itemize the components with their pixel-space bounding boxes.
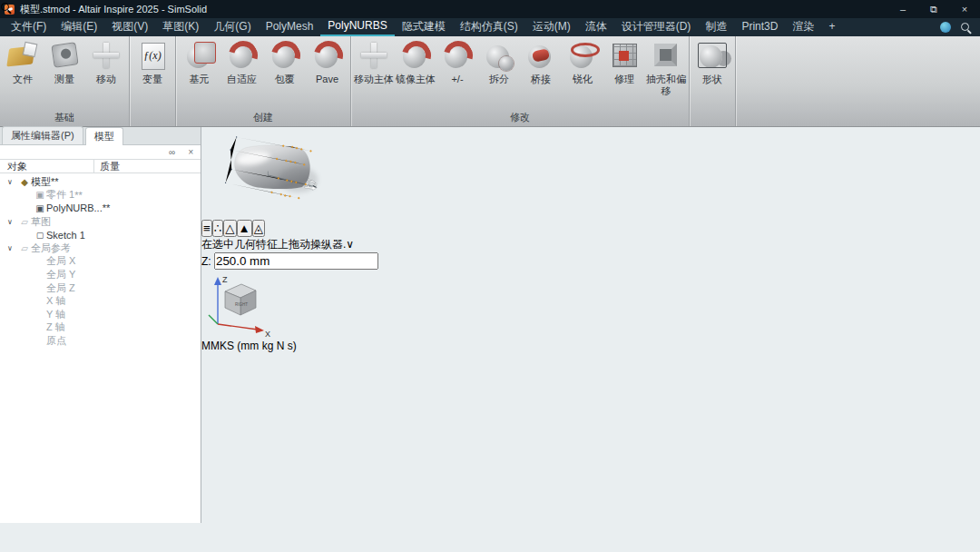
tree-row[interactable]: 全局参考 bbox=[0, 242, 201, 255]
menu-item[interactable]: PolyNURBS bbox=[320, 18, 394, 36]
part-icon bbox=[34, 190, 46, 200]
sketch-icon bbox=[34, 231, 46, 240]
menu-item[interactable]: 编辑(E) bbox=[54, 18, 104, 36]
list-menu-icon: ≡ bbox=[203, 222, 211, 235]
expander-icon[interactable] bbox=[7, 244, 18, 252]
primitives-icon bbox=[183, 39, 216, 72]
ribbon-item[interactable]: 形状 bbox=[691, 39, 733, 85]
tree-row[interactable]: PolyNURB... ** bbox=[0, 202, 201, 215]
menu-item[interactable]: 结构仿真(S) bbox=[453, 18, 525, 36]
scene-canvas bbox=[201, 127, 378, 217]
tree-row[interactable]: 全局 X bbox=[0, 255, 201, 269]
menu-item[interactable]: 制造 bbox=[698, 18, 734, 36]
ribbon-item[interactable]: 修理 bbox=[603, 39, 645, 85]
mode-button[interactable]: △ bbox=[223, 220, 236, 237]
ribbon-item[interactable]: 文件 bbox=[2, 39, 44, 85]
polynurbs-body[interactable] bbox=[235, 145, 318, 192]
menu-item[interactable]: 流体 bbox=[578, 18, 614, 36]
tree-row[interactable]: 草图 bbox=[0, 215, 201, 229]
menu-item[interactable]: 几何(G) bbox=[206, 18, 258, 36]
tree-row[interactable]: 全局 Z bbox=[0, 281, 201, 295]
view-triad[interactable]: RIGHT Z X bbox=[201, 270, 278, 337]
close-icon[interactable]: × bbox=[949, 0, 980, 18]
visibility-badge[interactable]: ** bbox=[51, 176, 59, 187]
mode-button[interactable]: ▲ bbox=[237, 220, 252, 237]
ribbon-item[interactable]: 抽壳和偏移 bbox=[645, 39, 687, 96]
find-icon[interactable]: ∞ bbox=[169, 148, 175, 157]
move-icon bbox=[90, 39, 122, 72]
expander-icon[interactable] bbox=[7, 218, 18, 226]
visibility-badge[interactable]: ** bbox=[103, 202, 111, 213]
move-bodies-icon bbox=[358, 39, 390, 72]
units-status: MMKS (mm kg N s) bbox=[201, 340, 378, 352]
ribbon-item[interactable]: 包覆 bbox=[263, 39, 306, 85]
bridge-icon bbox=[524, 39, 557, 72]
menu-item[interactable]: PolyMesh bbox=[259, 18, 321, 36]
units-text[interactable]: MMKS (mm kg N s) bbox=[201, 340, 297, 352]
mode-button[interactable]: ◬ bbox=[252, 220, 265, 237]
column-mass[interactable]: 质量 bbox=[94, 160, 201, 172]
menu-item[interactable]: 草图(K) bbox=[155, 18, 206, 36]
tree-row[interactable]: 模型 ** bbox=[0, 175, 201, 189]
expander-icon[interactable] bbox=[7, 178, 18, 186]
menu-item[interactable]: 运动(M) bbox=[525, 18, 578, 36]
menu-item[interactable]: 视图(V) bbox=[104, 18, 155, 36]
panel-tab[interactable]: 模型 bbox=[85, 127, 123, 145]
panel-tab[interactable]: 属性编辑器(P) bbox=[2, 126, 83, 144]
z-value-input[interactable] bbox=[214, 252, 378, 270]
tree-row[interactable]: Z 轴 bbox=[0, 321, 201, 335]
ribbon-item[interactable]: 拆分 bbox=[478, 39, 520, 85]
fit-icon bbox=[226, 39, 259, 72]
mode-button[interactable]: ≡ bbox=[201, 220, 212, 237]
tree-row[interactable]: Y 轴 bbox=[0, 308, 201, 321]
view-cube[interactable] bbox=[225, 284, 256, 315]
cube-face-label: RIGHT bbox=[235, 302, 248, 307]
mode-button[interactable]: ∴ bbox=[212, 220, 223, 237]
file-icon bbox=[6, 39, 39, 72]
3d-viewport[interactable]: ≡∴△▲◬ 在选中几何特征上拖动操纵器.∨ Z: bbox=[201, 127, 378, 523]
search-icon[interactable] bbox=[960, 22, 971, 33]
measure-icon bbox=[48, 39, 81, 72]
folder-icon bbox=[18, 243, 31, 253]
window-controls: –⧉× bbox=[887, 0, 980, 18]
tree-row[interactable]: 零件 1 ** bbox=[0, 189, 201, 202]
menu-item[interactable]: 设计管理器(D) bbox=[614, 18, 699, 36]
ribbon-item[interactable]: 锐化 bbox=[562, 39, 603, 85]
triad-z-label: Z bbox=[222, 275, 228, 284]
ribbon-item[interactable]: 自适应 bbox=[220, 39, 263, 85]
tree-row[interactable]: X 轴 bbox=[0, 294, 201, 308]
menu-item[interactable]: + bbox=[821, 18, 842, 36]
ribbon-item[interactable]: 移动 bbox=[85, 39, 127, 85]
model-tree: 模型 ** 零件 1 ** PolyNURB... bbox=[0, 173, 201, 523]
close-small-icon[interactable]: × bbox=[188, 148, 193, 157]
restore-icon[interactable]: ⧉ bbox=[918, 0, 949, 18]
menu-item[interactable]: 文件(F) bbox=[4, 18, 54, 36]
ribbon-group-basics: 文件测量移动 基础 bbox=[0, 36, 130, 126]
repair-icon bbox=[608, 39, 641, 72]
ribbon-item[interactable]: ƒ(x)变量 bbox=[132, 39, 173, 85]
ribbon-item[interactable]: 测量 bbox=[44, 39, 85, 85]
menu-item[interactable]: Print3D bbox=[734, 18, 785, 36]
folder-icon bbox=[18, 217, 31, 227]
ribbon-item[interactable]: 基元 bbox=[178, 39, 220, 85]
ribbon-group-variables: ƒ(x)变量 bbox=[130, 36, 176, 126]
ribbon-group-label: 基础 bbox=[0, 108, 129, 126]
minimize-icon[interactable]: – bbox=[887, 0, 918, 18]
visibility-badge[interactable]: ** bbox=[74, 190, 83, 201]
ribbon-item[interactable]: 镜像主体 bbox=[395, 39, 436, 85]
menu-item[interactable]: 渲染 bbox=[785, 18, 821, 36]
tree-row[interactable]: Sketch 1 bbox=[0, 228, 201, 242]
pave-icon bbox=[311, 39, 344, 72]
tree-row[interactable]: 原点 bbox=[0, 334, 201, 348]
column-object[interactable]: 对象 bbox=[0, 160, 94, 172]
chevron-down-icon[interactable]: ∨ bbox=[346, 238, 354, 251]
ribbon-item[interactable]: 移动主体 bbox=[353, 39, 395, 85]
ribbon-item[interactable]: +/- bbox=[436, 39, 478, 85]
ribbon-item[interactable]: 桥接 bbox=[520, 39, 562, 85]
ribbon-item[interactable]: Pave bbox=[306, 39, 348, 85]
altair-one-icon[interactable] bbox=[940, 22, 951, 33]
menu-item[interactable]: 隐式建模 bbox=[395, 18, 453, 36]
menubar: 文件(F)编辑(E)视图(V)草图(K)几何(G)PolyMeshPolyNUR… bbox=[0, 18, 980, 36]
tree-column-headers: 对象 质量 bbox=[0, 159, 201, 173]
tree-row[interactable]: 全局 Y bbox=[0, 268, 201, 281]
